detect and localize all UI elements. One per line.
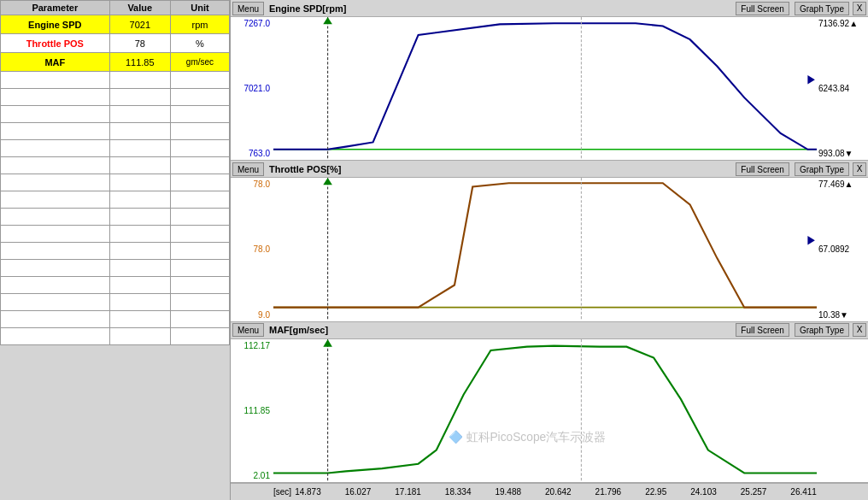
- throttle-pos-fullscreen-button[interactable]: Full Screen: [736, 162, 789, 176]
- throttle-pos-title: Throttle POS[%]: [266, 164, 734, 174]
- throttle-pos-y-top: 78.0: [232, 179, 272, 189]
- param-unit-13: [170, 243, 229, 260]
- param-value-12: [109, 226, 170, 243]
- engine-spd-title: Engine SPD[rpm]: [266, 3, 734, 14]
- time-label-6: 21.796: [595, 487, 622, 497]
- engine-spd-fullscreen-button[interactable]: Full Screen: [736, 2, 789, 15]
- engine-spd-close-button[interactable]: X: [853, 2, 866, 15]
- param-unit-15: [170, 277, 229, 294]
- engine-spd-yr-mid: 6243.84: [817, 84, 868, 93]
- param-unit-2: gm/sec: [170, 53, 229, 72]
- param-name-9: [1, 174, 110, 191]
- param-unit-11: [170, 209, 229, 226]
- engine-spd-y-mid: 7021.0: [232, 84, 272, 93]
- throttle-pos-menu-button[interactable]: Menu: [232, 162, 264, 176]
- col-header-unit: Unit: [170, 1, 229, 15]
- param-name-16: [1, 294, 110, 311]
- time-axis-label: [sec]: [273, 487, 291, 497]
- param-value-6: [109, 123, 170, 140]
- engine-spd-y-axis-right: 7136.92▲ 6243.84 993.08▼: [817, 17, 868, 160]
- throttle-pos-chart: Menu Throttle POS[%] Full Screen Graph T…: [231, 161, 868, 321]
- param-name-4: [1, 89, 110, 106]
- param-unit-16: [170, 294, 229, 311]
- engine-spd-graphtype-button[interactable]: Graph Type: [795, 2, 849, 15]
- time-label-2: 17.181: [395, 487, 421, 497]
- charts-panel: Menu Engine SPD[rpm] Full Screen Graph T…: [231, 0, 868, 500]
- param-value-8: [109, 157, 170, 174]
- param-unit-9: [170, 174, 229, 191]
- param-unit-5: [170, 106, 229, 123]
- engine-spd-yr-bot: 993.08▼: [817, 149, 868, 158]
- param-unit-3: [170, 72, 229, 89]
- param-value-9: [109, 174, 170, 191]
- svg-text:🔷 虹科PicoScope汽车示波器: 🔷 虹科PicoScope汽车示波器: [449, 429, 606, 444]
- throttle-pos-y-axis-right: 77.469▲ 67.0892 10.38▼: [817, 178, 868, 321]
- param-value-11: [109, 209, 170, 226]
- maf-fullscreen-button[interactable]: Full Screen: [736, 323, 789, 337]
- param-name-3: [1, 72, 110, 89]
- param-name-8: [1, 157, 110, 174]
- param-name-1: Throttle POS: [1, 34, 110, 53]
- param-unit-8: [170, 157, 229, 174]
- time-label-9: 25.257: [741, 487, 767, 497]
- time-label-3: 18.334: [445, 487, 472, 497]
- maf-body: 112.17 111.85 2.01 🔷 虹科PicoScope汽车示波器: [231, 339, 868, 482]
- engine-spd-header: Menu Engine SPD[rpm] Full Screen Graph T…: [231, 0, 868, 17]
- maf-y-mid: 111.85: [232, 406, 272, 415]
- param-name-17: [1, 311, 110, 328]
- maf-y-bot: 2.01: [232, 471, 272, 480]
- time-label-4: 19.488: [495, 487, 521, 497]
- throttle-pos-yr-bot: 10.38▼: [817, 310, 868, 320]
- param-unit-4: [170, 89, 229, 106]
- time-label-7: 22.95: [645, 487, 666, 497]
- param-name-12: [1, 226, 110, 243]
- engine-spd-body: 7267.0 7021.0 763.0: [231, 17, 868, 160]
- param-value-18: [109, 328, 170, 345]
- maf-y-axis-right: [817, 339, 868, 482]
- engine-spd-menu-button[interactable]: Menu: [232, 2, 264, 15]
- maf-chart: Menu MAF[gm/sec] Full Screen Graph Type …: [231, 322, 868, 483]
- maf-y-top: 112.17: [232, 341, 272, 350]
- svg-marker-8: [323, 178, 332, 185]
- param-unit-7: [170, 140, 229, 157]
- maf-menu-button[interactable]: Menu: [232, 323, 264, 337]
- engine-spd-chart: Menu Engine SPD[rpm] Full Screen Graph T…: [231, 0, 868, 161]
- maf-close-button[interactable]: X: [853, 323, 866, 337]
- param-name-0: Engine SPD: [1, 15, 110, 34]
- param-value-15: [109, 277, 170, 294]
- engine-spd-y-top: 7267.0: [232, 19, 272, 28]
- param-value-1: 78: [109, 34, 170, 53]
- maf-graphtype-button[interactable]: Graph Type: [795, 323, 849, 337]
- throttle-pos-header: Menu Throttle POS[%] Full Screen Graph T…: [231, 161, 868, 178]
- throttle-pos-y-axis-left: 78.0 78.0 9.0: [231, 178, 273, 321]
- engine-spd-svg: [273, 17, 817, 160]
- time-label-0: 14.873: [295, 487, 321, 497]
- throttle-pos-graphtype-button[interactable]: Graph Type: [795, 162, 849, 176]
- throttle-pos-y-bot: 9.0: [232, 310, 272, 320]
- param-name-5: [1, 106, 110, 123]
- param-value-13: [109, 243, 170, 260]
- time-axis: [sec] 14.873 16.027 17.181 18.334 19.488…: [231, 483, 868, 500]
- param-unit-17: [170, 311, 229, 328]
- param-value-5: [109, 106, 170, 123]
- engine-spd-y-bot: 763.0: [232, 149, 272, 158]
- param-value-14: [109, 260, 170, 277]
- param-value-16: [109, 294, 170, 311]
- param-name-2: MAF: [1, 53, 110, 72]
- maf-y-axis-left: 112.17 111.85 2.01: [231, 339, 273, 482]
- svg-marker-4: [807, 75, 814, 84]
- param-value-10: [109, 191, 170, 209]
- svg-marker-9: [807, 236, 814, 244]
- throttle-pos-svg: [273, 178, 817, 321]
- time-label-10: 26.411: [790, 487, 817, 497]
- engine-spd-yr-top: 7136.92▲: [817, 19, 868, 28]
- param-unit-6: [170, 123, 229, 140]
- time-labels: 14.873 16.027 17.181 18.334 19.488 20.64…: [295, 487, 868, 497]
- param-value-7: [109, 140, 170, 157]
- throttle-pos-close-button[interactable]: X: [853, 162, 866, 176]
- throttle-pos-y-mid: 78.0: [232, 244, 272, 254]
- svg-marker-3: [323, 17, 332, 24]
- maf-svg: 🔷 虹科PicoScope汽车示波器: [273, 339, 817, 482]
- maf-title: MAF[gm/sec]: [266, 325, 734, 335]
- param-name-13: [1, 243, 110, 260]
